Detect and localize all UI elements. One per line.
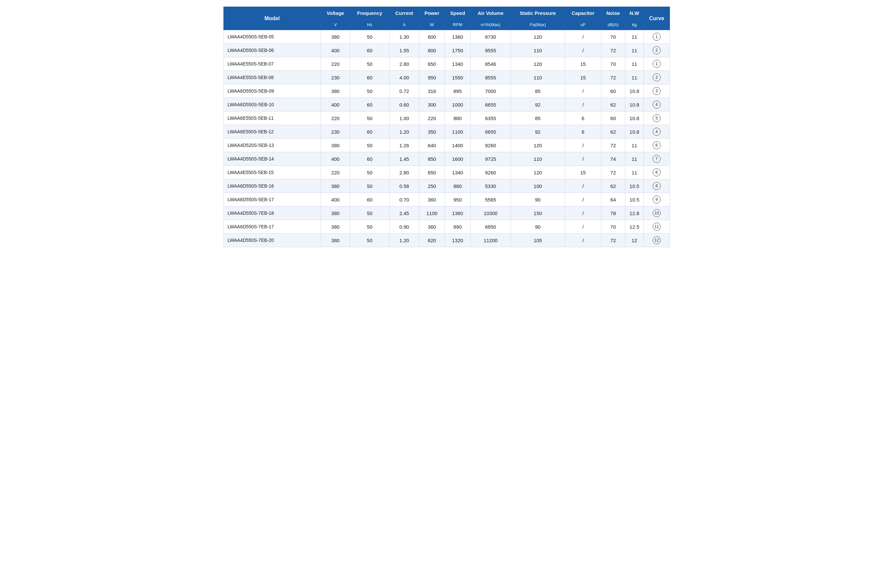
cell-current: 1.20 <box>389 125 419 139</box>
cell-nw: 11 <box>625 139 643 152</box>
cell-current: 1.55 <box>389 44 419 57</box>
header-unit-current: A <box>389 20 419 30</box>
cell-power: 640 <box>419 139 445 152</box>
cell-curve: 4 <box>644 125 670 139</box>
header-noise: Noise <box>601 7 625 20</box>
cell-airVolume: 6355 <box>471 111 511 125</box>
cell-airVolume: 11200 <box>471 234 511 247</box>
cell-staticPressure: 85 <box>511 84 565 98</box>
cell-airVolume: 10300 <box>471 207 511 220</box>
cell-curve: 6 <box>644 166 670 179</box>
cell-nw: 12.5 <box>625 220 643 234</box>
cell-staticPressure: 92 <box>511 98 565 111</box>
cell-noise: 60 <box>601 111 625 125</box>
cell-airVolume: 9260 <box>471 139 511 152</box>
cell-model: LWAA4E550S-5EB-08 <box>223 71 321 84</box>
cell-frequency: 50 <box>350 111 389 125</box>
cell-staticPressure: 92 <box>511 125 565 139</box>
header-unit-speed: RPM <box>445 20 471 30</box>
cell-staticPressure: 110 <box>511 44 565 57</box>
cell-voltage: 380 <box>321 220 350 234</box>
cell-curve: 1 <box>644 30 670 44</box>
cell-curve: 1 <box>644 57 670 71</box>
cell-capacitor: / <box>565 193 601 207</box>
table-row: LWAA4D550S-7EB-20380501.2062013201120010… <box>223 234 670 247</box>
cell-model: LWAA4D550S-7EB-20 <box>223 234 321 247</box>
table-row: LWAA4D550S-7EB-18380502.4511001360103001… <box>223 207 670 220</box>
cell-staticPressure: 100 <box>511 179 565 193</box>
cell-power: 1100 <box>419 207 445 220</box>
header-model: Model <box>223 7 321 30</box>
cell-current: 2.45 <box>389 207 419 220</box>
cell-speed: 880 <box>445 111 471 125</box>
cell-voltage: 380 <box>321 207 350 220</box>
cell-power: 360 <box>419 193 445 207</box>
cell-model: LWAA4E550S-5EB-15 <box>223 166 321 179</box>
header-power: Power <box>419 7 445 20</box>
cell-speed: 1000 <box>445 98 471 111</box>
table-row: LWAA4D550S-5EB-14400601.4585016009725110… <box>223 152 670 166</box>
cell-curve: 3 <box>644 84 670 98</box>
table-row: LWAA4E550S-5EB-08230604.0095015508555110… <box>223 71 670 84</box>
cell-voltage: 220 <box>321 57 350 71</box>
cell-capacitor: / <box>565 220 601 234</box>
table-row: LWAA4E550S-5EB-15220502.8065013409260120… <box>223 166 670 179</box>
cell-voltage: 230 <box>321 125 350 139</box>
cell-power: 316 <box>419 84 445 98</box>
cell-model: LWAA6D550S-5EB-10 <box>223 98 321 111</box>
cell-nw: 10.5 <box>625 179 643 193</box>
cell-speed: 1600 <box>445 152 471 166</box>
cell-curve: 10 <box>644 207 670 220</box>
cell-speed: 890 <box>445 220 471 234</box>
cell-nw: 11 <box>625 152 643 166</box>
cell-capacitor: / <box>565 234 601 247</box>
cell-speed: 1320 <box>445 234 471 247</box>
header-speed: Speed <box>445 7 471 20</box>
cell-speed: 1750 <box>445 44 471 57</box>
cell-curve: 11 <box>644 220 670 234</box>
cell-model: LWAA4D550S-7EB-18 <box>223 207 321 220</box>
header-unit-power: W <box>419 20 445 30</box>
product-table: Model Voltage Frequency Current Power Sp… <box>223 7 670 247</box>
cell-nw: 10.8 <box>625 98 643 111</box>
header-unit-air-volume: m³/h(Max) <box>471 20 511 30</box>
cell-voltage: 220 <box>321 111 350 125</box>
header-current: Current <box>389 7 419 20</box>
cell-curve: 9 <box>644 193 670 207</box>
cell-airVolume: 8546 <box>471 57 511 71</box>
cell-frequency: 60 <box>350 152 389 166</box>
cell-model: LWAA4D550S-5EB-05 <box>223 30 321 44</box>
cell-capacitor: 6 <box>565 111 601 125</box>
cell-current: 1.20 <box>389 234 419 247</box>
header-capacitor: Capacitor <box>565 7 601 20</box>
header-voltage: Voltage <box>321 7 350 20</box>
cell-nw: 11 <box>625 166 643 179</box>
cell-curve: 2 <box>644 71 670 84</box>
cell-model: LWAA4D550S-5EB-14 <box>223 152 321 166</box>
cell-power: 300 <box>419 98 445 111</box>
table-row: LWAA4D550S-5EB-05380501.3060013608730120… <box>223 30 670 44</box>
cell-capacitor: / <box>565 207 601 220</box>
table-row: LWAA6E550S-5EB-12230601.2035011006655926… <box>223 125 670 139</box>
table-row: LWAA4E550S-5EB-07220502.8065013408546120… <box>223 57 670 71</box>
cell-current: 0.70 <box>389 193 419 207</box>
cell-speed: 1360 <box>445 30 471 44</box>
cell-frequency: 50 <box>350 30 389 44</box>
cell-speed: 895 <box>445 84 471 98</box>
cell-current: 0.72 <box>389 84 419 98</box>
cell-power: 600 <box>419 30 445 44</box>
cell-airVolume: 9725 <box>471 152 511 166</box>
cell-capacitor: 15 <box>565 166 601 179</box>
header-static-pressure: Static Pressure <box>511 7 565 20</box>
table-row: LWAA6D550S-7EB-17380500.90360890685090/7… <box>223 220 670 234</box>
cell-staticPressure: 105 <box>511 234 565 247</box>
cell-noise: 78 <box>601 207 625 220</box>
cell-power: 350 <box>419 125 445 139</box>
cell-speed: 1340 <box>445 57 471 71</box>
cell-noise: 62 <box>601 179 625 193</box>
cell-current: 2.80 <box>389 57 419 71</box>
cell-nw: 10.8 <box>625 111 643 125</box>
cell-model: LWAA4D550S-5EB-06 <box>223 44 321 57</box>
cell-noise: 62 <box>601 125 625 139</box>
cell-capacitor: 15 <box>565 71 601 84</box>
